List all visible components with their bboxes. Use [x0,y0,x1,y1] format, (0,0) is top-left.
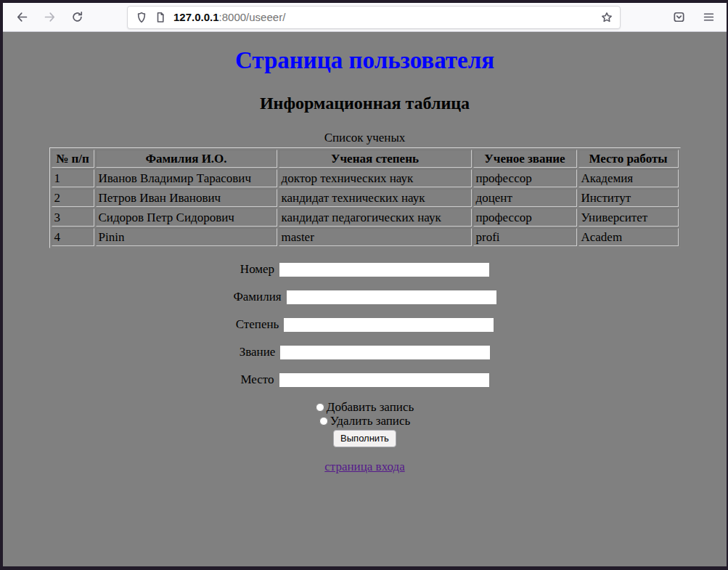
login-page-link[interactable]: страница входа [324,460,404,473]
degree-input[interactable] [284,318,494,332]
form-row-number: Номер [9,262,721,276]
url-host: 127.0.0.1 [173,11,219,23]
back-icon[interactable] [16,11,28,23]
execute-button[interactable]: Выполнить [333,430,396,447]
table-cell: Университет [578,208,679,227]
forward-icon[interactable] [44,11,56,23]
pocket-icon[interactable] [673,11,685,23]
table-cell: 1 [52,169,94,187]
surname-input[interactable] [287,290,496,304]
table-row: 2 Петров Иван Иванович кандидат техничес… [52,189,679,207]
record-form: Номер Фамилия Степень Звание Место Добав… [9,262,721,474]
table-cell: кандидат педагогических наук [279,208,472,227]
browser-window: 127.0.0.1:8000/useeer/ Страница пользова… [0,0,728,570]
page-title: Страница пользователя [9,47,721,74]
form-row-degree: Степень [9,317,721,331]
table-row: 1 Иванов Владимир Тарасович доктор техни… [52,169,679,187]
table-caption: Список ученых [9,131,721,145]
shield-icon[interactable] [136,12,147,23]
table-row: 4 Pinin master profi Academ [52,228,679,246]
scientists-table: № п/п Фамилия И.О. Ученая степень Ученое… [49,147,681,248]
table-cell: кандидат технических наук [279,189,472,207]
place-label: Место [240,372,274,386]
column-header-surname: Фамилия И.О. [96,150,277,168]
url-path: :8000/useeer/ [219,11,286,23]
delete-record-radio[interactable] [319,417,328,426]
number-input[interactable] [279,263,489,277]
title-input[interactable] [280,346,490,359]
table-cell: Академия [578,169,679,187]
browser-toolbar: 127.0.0.1:8000/useeer/ [3,3,727,32]
url-bar[interactable]: 127.0.0.1:8000/useeer/ [127,6,621,29]
table-cell: профессор [473,208,577,227]
button-row: Выполнить [9,430,721,447]
place-input[interactable] [279,373,489,387]
delete-record-label: Удалить запись [330,414,411,428]
reload-icon[interactable] [71,11,83,23]
column-header-number: № п/п [52,150,94,168]
page-subtitle: Информационная таблица [9,94,721,113]
bookmark-star-icon[interactable] [601,12,613,23]
url-text[interactable]: 127.0.0.1:8000/useeer/ [173,11,285,23]
table-cell: доцент [473,189,577,207]
table-cell: profi [473,228,577,246]
number-label: Номер [240,262,274,276]
table-cell: доктор технических наук [279,169,472,187]
add-record-radio[interactable] [316,403,324,412]
menu-hamburger-icon[interactable] [703,11,715,23]
surname-label: Фамилия [233,290,281,304]
table-cell: Pinin [96,228,277,246]
table-cell: профессор [473,169,577,187]
radio-row-add: Добавить запись [9,400,721,414]
column-header-title: Ученое звание [473,150,577,168]
toolbar-right-icons [673,11,715,23]
table-header-row: № п/п Фамилия И.О. Ученая степень Ученое… [52,150,679,168]
title-label: Звание [240,345,276,359]
degree-label: Степень [236,317,279,331]
form-row-place: Место [9,372,721,386]
table-cell: Институт [578,189,679,207]
table-cell: 3 [52,208,94,227]
table-cell: master [279,228,472,246]
column-header-degree: Ученая степень [279,150,472,168]
table-cell: 2 [52,189,94,207]
add-record-label: Добавить запись [327,400,414,414]
page-content: Страница пользователя Информационная таб… [3,32,727,566]
link-row: страница входа [9,460,721,474]
radio-row-delete: Удалить запись [9,414,721,428]
table-cell: Academ [578,228,679,246]
table-cell: Петров Иван Иванович [96,189,277,207]
table-row: 3 Сидоров Петр Сидорович кандидат педаго… [52,208,679,227]
nav-icons [16,11,83,23]
form-row-surname: Фамилия [9,290,721,304]
table-cell: Иванов Владимир Тарасович [96,169,277,187]
page-info-icon[interactable] [155,12,166,23]
table-cell: Сидоров Петр Сидорович [96,208,277,227]
form-row-title: Звание [9,345,721,359]
table-cell: 4 [52,228,94,246]
column-header-place: Место работы [578,150,679,168]
